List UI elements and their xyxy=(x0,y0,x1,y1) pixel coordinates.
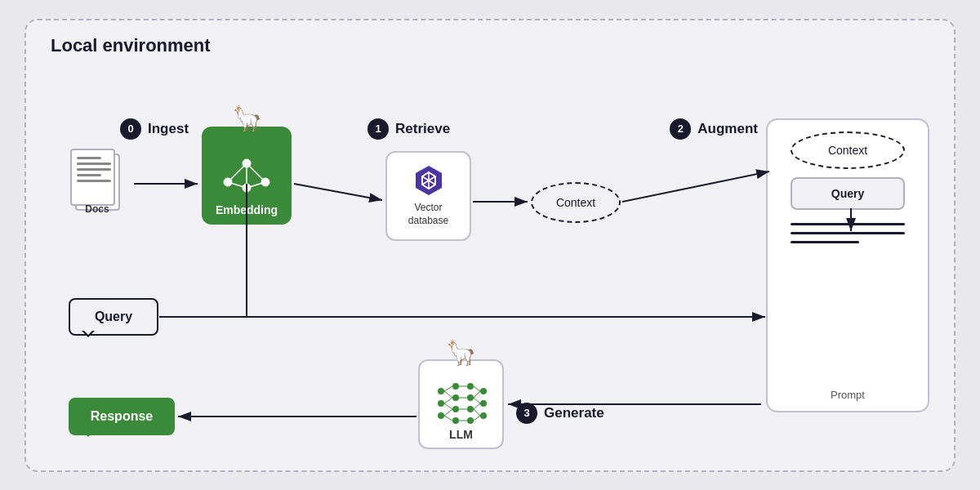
svg-point-15 xyxy=(438,400,444,407)
augment-panel: Context Query Prompt xyxy=(766,118,929,412)
svg-point-26 xyxy=(480,400,487,407)
svg-point-21 xyxy=(467,383,474,390)
panel-line-1 xyxy=(791,223,905,225)
llm-label: LLM xyxy=(449,428,473,441)
svg-line-29 xyxy=(444,391,452,398)
embedding-box: 🦙 Embedding xyxy=(202,127,292,225)
panel-lines xyxy=(791,223,905,243)
svg-point-23 xyxy=(467,406,474,412)
svg-line-41 xyxy=(474,403,480,409)
docs-icon: Docs xyxy=(69,147,134,220)
svg-point-25 xyxy=(480,388,487,394)
svg-line-38 xyxy=(474,386,480,391)
svg-line-39 xyxy=(474,391,480,398)
page-title: Local environment xyxy=(51,35,929,56)
embedding-label: Embedding xyxy=(216,203,278,216)
llm-box: 🦙 xyxy=(418,359,504,449)
svg-line-5 xyxy=(247,163,265,182)
svg-point-14 xyxy=(438,388,444,394)
svg-point-22 xyxy=(467,394,474,401)
arrow-embedding-vdb xyxy=(294,184,382,200)
query-box-panel: Query xyxy=(791,177,905,210)
llama-head-embedding: 🦙 xyxy=(232,104,262,132)
query-bubble: Query xyxy=(69,298,158,336)
svg-line-31 xyxy=(444,403,452,409)
step-0-label: Ingest xyxy=(148,121,189,137)
svg-line-42 xyxy=(474,409,480,416)
svg-line-40 xyxy=(474,398,480,403)
step-generate: 3 Generate xyxy=(516,403,604,424)
step-augment: 2 Augment xyxy=(670,118,758,140)
svg-line-30 xyxy=(444,398,452,403)
svg-point-27 xyxy=(480,412,487,419)
docs-label: Docs xyxy=(69,203,126,215)
panel-line-2 xyxy=(791,232,905,234)
svg-line-43 xyxy=(474,416,480,421)
svg-point-20 xyxy=(452,417,459,424)
arrow-context-panel xyxy=(622,172,769,202)
step-0-circle: 0 xyxy=(120,118,141,140)
llama-head-llm: 🦙 xyxy=(446,338,476,367)
svg-point-19 xyxy=(452,406,459,412)
response-bubble: Response xyxy=(69,398,175,435)
context-oval-panel: Context xyxy=(791,131,905,169)
llm-graph xyxy=(433,375,490,428)
svg-line-4 xyxy=(228,163,247,182)
weaviate-icon xyxy=(412,164,445,197)
step-retrieve: 1 Retrieve xyxy=(368,118,450,140)
svg-point-16 xyxy=(438,412,444,419)
svg-line-33 xyxy=(444,416,452,421)
step-1-circle: 1 xyxy=(368,118,389,140)
svg-point-18 xyxy=(452,394,459,401)
context-oval-right: Context xyxy=(531,182,621,223)
step-2-circle: 2 xyxy=(670,118,691,140)
panel-line-3 xyxy=(791,241,859,243)
step-3-circle: 3 xyxy=(516,403,537,424)
svg-line-32 xyxy=(444,409,452,416)
vector-database-box: Vectordatabase xyxy=(385,151,471,241)
svg-point-17 xyxy=(452,383,459,390)
embedding-graph xyxy=(218,154,275,198)
step-1-label: Retrieve xyxy=(395,121,450,137)
svg-line-28 xyxy=(444,386,452,391)
diagram-container: Local environment 0 Ingest 1 Retrieve 2 … xyxy=(24,19,956,472)
vector-database-label: Vectordatabase xyxy=(408,202,448,227)
step-3-label: Generate xyxy=(544,405,604,421)
prompt-label: Prompt xyxy=(831,389,865,403)
step-ingest: 0 Ingest xyxy=(120,118,189,140)
svg-point-24 xyxy=(467,417,474,424)
step-2-label: Augment xyxy=(697,121,758,137)
